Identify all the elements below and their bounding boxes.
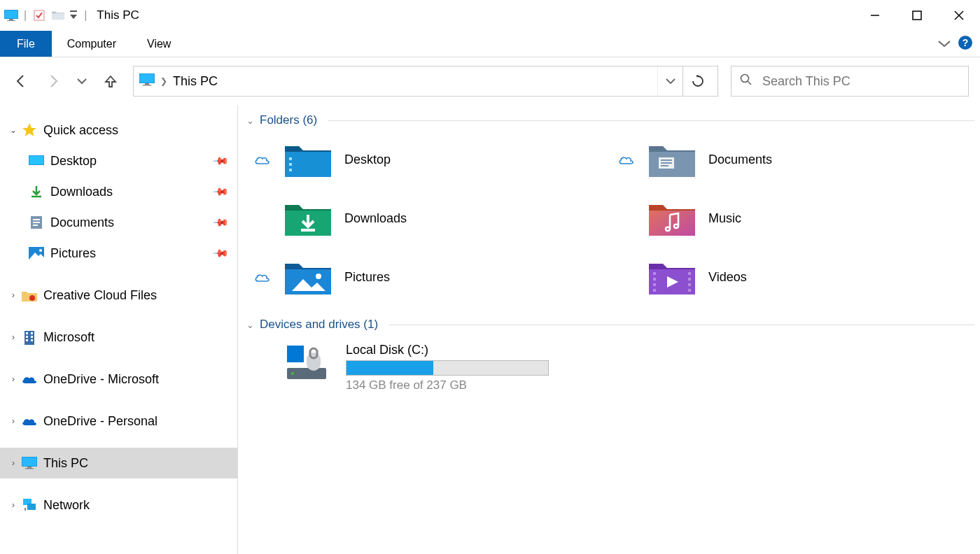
sidebar-item-desktop[interactable]: Desktop 📌 xyxy=(0,145,237,176)
search-bar[interactable] xyxy=(731,66,969,97)
sidebar-item-downloads[interactable]: Downloads 📌 xyxy=(0,176,237,207)
sidebar: ⌄ Quick access Desktop 📌 Downloads 📌 xyxy=(0,105,238,554)
help-icon[interactable]: ? xyxy=(958,35,973,53)
svg-rect-48 xyxy=(661,165,668,166)
address-history-button[interactable] xyxy=(657,66,682,96)
documents-icon xyxy=(28,214,45,231)
svg-rect-1 xyxy=(5,10,18,18)
close-button[interactable] xyxy=(938,0,980,31)
qat-properties-icon[interactable] xyxy=(32,8,46,22)
svg-rect-54 xyxy=(653,289,656,292)
group-header-label: Devices and drives (1) xyxy=(260,318,378,332)
qat-folder-icon[interactable] xyxy=(52,8,66,22)
refresh-button[interactable] xyxy=(682,66,712,96)
cloud-status xyxy=(616,155,636,165)
svg-rect-32 xyxy=(31,336,33,338)
chevron-right-icon[interactable]: › xyxy=(6,416,21,426)
divider xyxy=(389,325,974,325)
chevron-right-icon[interactable]: › xyxy=(6,290,21,300)
svg-rect-3 xyxy=(7,20,15,21)
folder-label: Music xyxy=(708,211,741,226)
drives-group-header[interactable]: ⌄ Devices and drives (1) xyxy=(246,318,974,332)
drive-used-bar xyxy=(346,361,433,375)
address-segment[interactable]: This PC xyxy=(173,74,218,89)
folder-item-desktop[interactable]: Desktop xyxy=(246,140,610,179)
svg-line-17 xyxy=(748,81,751,85)
ribbon-tab-computer[interactable]: Computer xyxy=(52,31,132,57)
videos-folder-icon xyxy=(647,257,697,297)
sidebar-item-pictures[interactable]: Pictures 📌 xyxy=(0,238,237,269)
recent-locations-button[interactable] xyxy=(76,71,88,91)
folder-item-downloads[interactable]: Downloads xyxy=(246,199,610,238)
folder-item-music[interactable]: Music xyxy=(610,199,974,238)
chevron-right-icon[interactable]: ❯ xyxy=(160,76,167,86)
search-icon xyxy=(740,73,752,89)
svg-point-61 xyxy=(291,372,294,375)
folder-item-pictures[interactable]: Pictures xyxy=(246,257,610,297)
this-pc-icon xyxy=(21,455,38,471)
downloads-folder-icon xyxy=(283,199,333,238)
ribbon-right: ? xyxy=(938,31,980,57)
pin-icon: 📌 xyxy=(211,183,230,201)
svg-rect-38 xyxy=(25,468,34,469)
sidebar-item-onedrive-microsoft[interactable]: › OneDrive - Microsoft xyxy=(0,364,237,395)
ribbon-tab-view[interactable]: View xyxy=(132,31,186,57)
sidebar-quick-access[interactable]: ⌄ Quick access xyxy=(0,115,237,145)
chevron-right-icon[interactable]: › xyxy=(6,374,21,384)
desktop-icon xyxy=(28,152,45,169)
drive-item-c[interactable]: Local Disk (C:) 134 GB free of 237 GB xyxy=(246,343,974,392)
pictures-icon xyxy=(28,245,45,262)
minimize-button[interactable] xyxy=(854,0,896,31)
drive-info: Local Disk (C:) 134 GB free of 237 GB xyxy=(346,343,549,392)
address-bar[interactable]: ❯ This PC xyxy=(133,66,718,97)
up-button[interactable] xyxy=(101,71,120,91)
chevron-right-icon[interactable]: › xyxy=(6,458,21,468)
svg-rect-37 xyxy=(27,467,31,468)
sidebar-item-microsoft[interactable]: › Microsoft xyxy=(0,322,237,353)
svg-rect-59 xyxy=(287,346,304,362)
sidebar-item-label: This PC xyxy=(43,456,88,471)
folder-item-documents[interactable]: Documents xyxy=(610,140,974,179)
titlebar-separator: | xyxy=(84,9,87,22)
sidebar-item-creative-cloud[interactable]: › Creative Cloud Files xyxy=(0,280,237,311)
drive-free-text: 134 GB free of 237 GB xyxy=(346,378,549,392)
qat-dropdown-icon[interactable] xyxy=(69,8,78,22)
folder-item-videos[interactable]: Videos xyxy=(610,257,974,297)
star-icon xyxy=(21,122,38,138)
pin-icon: 📌 xyxy=(211,213,230,232)
svg-rect-7 xyxy=(913,11,921,20)
svg-rect-58 xyxy=(688,289,691,292)
drive-capacity-bar xyxy=(346,360,549,376)
back-button[interactable] xyxy=(11,71,31,91)
folders-group-header[interactable]: ⌄ Folders (6) xyxy=(246,113,974,127)
drive-icon xyxy=(286,343,336,382)
creative-cloud-icon xyxy=(21,287,38,304)
building-icon xyxy=(21,329,38,346)
sidebar-item-onedrive-personal[interactable]: › OneDrive - Personal xyxy=(0,406,237,436)
svg-rect-24 xyxy=(33,225,38,226)
folder-label: Pictures xyxy=(344,270,390,285)
ribbon-file-tab[interactable]: File xyxy=(0,31,52,57)
pin-icon: 📌 xyxy=(211,152,230,170)
svg-rect-43 xyxy=(289,163,292,166)
this-pc-icon xyxy=(4,8,18,22)
chevron-right-icon[interactable]: › xyxy=(6,500,21,510)
chevron-right-icon[interactable]: › xyxy=(6,332,21,342)
chevron-down-icon: ⌄ xyxy=(246,115,254,126)
svg-text:?: ? xyxy=(962,37,969,48)
cloud-status xyxy=(252,155,272,165)
this-pc-icon xyxy=(139,73,155,89)
sidebar-item-this-pc[interactable]: › This PC xyxy=(0,448,237,478)
chevron-down-icon[interactable]: ⌄ xyxy=(6,125,21,135)
forward-button[interactable] xyxy=(43,71,63,91)
sidebar-item-network[interactable]: › Network xyxy=(0,490,237,520)
svg-rect-15 xyxy=(143,85,151,86)
maximize-button[interactable] xyxy=(896,0,938,31)
svg-point-16 xyxy=(741,75,749,83)
sidebar-item-label: Documents xyxy=(50,215,114,230)
ribbon-collapse-icon[interactable] xyxy=(938,38,951,50)
search-input[interactable] xyxy=(762,74,960,89)
ribbon: File Computer View ? xyxy=(0,31,980,57)
sidebar-item-documents[interactable]: Documents 📌 xyxy=(0,207,237,238)
cloud-status xyxy=(252,272,272,283)
